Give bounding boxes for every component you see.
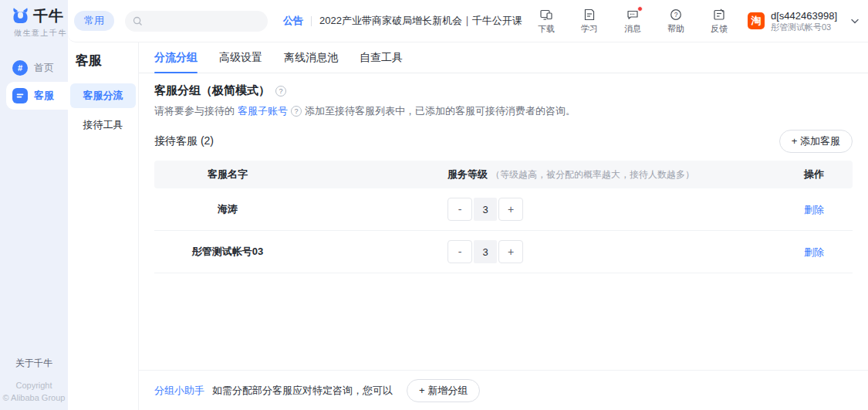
- service-icon: [12, 88, 28, 103]
- increase-level-button[interactable]: +: [498, 240, 523, 263]
- agent-name: 彤管测试帐号03: [154, 245, 301, 259]
- home-icon: #: [12, 60, 28, 76]
- main-content: 分流分组 高级设置 离线消息池 自查工具 客服分组（极简模式） ? 请将要参与接…: [139, 42, 868, 410]
- top-bar: 常用 公告 2022产业带商家破局增长新机会｜千牛公开课 下载: [68, 0, 868, 42]
- level-stepper: - 3 +: [448, 198, 523, 221]
- help-action[interactable]: ? 帮助: [664, 8, 687, 35]
- delete-agent-link[interactable]: 删除: [804, 246, 824, 258]
- download-icon: [539, 8, 553, 22]
- subnav-title: 客服: [68, 52, 138, 69]
- tab-bar: 分流分组 高级设置 离线消息池 自查工具: [139, 42, 868, 73]
- learn-icon: [583, 8, 596, 22]
- account-id: d[s442463998]: [771, 10, 837, 22]
- logo-text: 千牛: [33, 6, 64, 26]
- sidebar-item-label: 客服: [34, 89, 54, 103]
- routing-group-panel: 客服分组（极简模式） ? 请将要参与接待的客服子账号 ? 添加至接待客服列表中，…: [139, 73, 868, 273]
- level-value: 3: [474, 240, 497, 263]
- message-icon: [626, 8, 640, 22]
- help-icon: ?: [669, 8, 683, 22]
- decrease-level-button[interactable]: -: [448, 240, 472, 263]
- sidebar-item-label: 首页: [34, 61, 54, 75]
- search-icon: [133, 16, 143, 26]
- announcement-divider: [311, 16, 312, 26]
- subnav-item-routing[interactable]: 客服分流: [70, 83, 136, 108]
- delete-agent-link[interactable]: 删除: [804, 204, 824, 215]
- column-header-level: 服务等级: [448, 168, 488, 181]
- sub-account-help-icon[interactable]: ?: [291, 106, 302, 117]
- app-logo: 千牛 做生意上千牛: [0, 0, 100, 42]
- chevron-down-icon[interactable]: [851, 19, 859, 24]
- sub-account-link[interactable]: 客服子账号: [238, 104, 288, 118]
- unread-badge: [637, 6, 643, 12]
- subnav-item-reception-tools[interactable]: 接待工具: [70, 113, 136, 137]
- level-value: 3: [474, 198, 497, 221]
- message-action[interactable]: 消息: [621, 8, 644, 35]
- tab-advanced-settings[interactable]: 高级设置: [219, 42, 262, 73]
- increase-level-button[interactable]: +: [498, 198, 523, 221]
- add-agent-button[interactable]: + 添加客服: [779, 130, 853, 153]
- left-rail: # 首页 客服 关于千牛 Copyright © Alibaba Group: [0, 0, 68, 410]
- tab-offline-message-pool[interactable]: 离线消息池: [284, 42, 338, 73]
- tab-routing-groups[interactable]: 分流分组: [154, 42, 198, 73]
- section-title: 客服分组（极简模式）: [154, 83, 270, 98]
- search-input[interactable]: [147, 15, 255, 26]
- table-row: 海涛 - 3 + 删除: [154, 188, 853, 231]
- announcement-text[interactable]: 2022产业带商家破局增长新机会｜千牛公开课: [319, 14, 522, 28]
- column-header-name: 客服名字: [154, 168, 301, 181]
- taobao-shop-icon: 淘: [748, 12, 765, 29]
- feedback-icon: [712, 8, 726, 22]
- table-row: 彤管测试帐号03 - 3 + 删除: [154, 231, 853, 273]
- search-box[interactable]: [125, 11, 268, 32]
- group-assistant-footer: 分组小助手 如需分配部分客服应对特定咨询，您可以 + 新增分组: [139, 370, 868, 410]
- decrease-level-button[interactable]: -: [448, 198, 472, 221]
- group-assistant-text: 如需分配部分客服应对特定咨询，您可以: [212, 384, 393, 398]
- agents-table: 客服名字 服务等级 （等级越高，被分配的概率越大，接待人数越多） 操作 海涛 -…: [154, 161, 853, 273]
- svg-text:?: ?: [674, 11, 678, 19]
- top-actions: 下载 学习 消息 ? 帮助: [535, 8, 731, 35]
- column-header-action: 操作: [775, 168, 853, 181]
- level-stepper: - 3 +: [448, 240, 523, 263]
- download-action[interactable]: 下载: [535, 8, 558, 35]
- qianniu-app: # 首页 客服 关于千牛 Copyright © Alibaba Group: [0, 0, 868, 410]
- group-assistant-label: 分组小助手: [154, 384, 204, 398]
- account-menu[interactable]: 淘 d[s442463998] 彤管测试帐号03: [748, 10, 859, 32]
- about-qianniu-link[interactable]: 关于千牛: [0, 357, 68, 370]
- section-description: 请将要参与接待的客服子账号 ? 添加至接待客服列表中，已添加的客服可接待消费者的…: [154, 104, 853, 118]
- learn-action[interactable]: 学习: [578, 8, 601, 35]
- account-name: 彤管测试帐号03: [771, 22, 837, 32]
- service-subnav: 客服 客服分流 接待工具: [68, 42, 139, 410]
- column-header-level-note: （等级越高，被分配的概率越大，接待人数越多）: [491, 168, 694, 181]
- reception-list-title: 接待客服 (2): [154, 134, 214, 148]
- announcement: 公告 2022产业带商家破局增长新机会｜千牛公开课: [283, 14, 522, 28]
- add-group-button[interactable]: + 新增分组: [407, 379, 480, 402]
- sidebar-item-home[interactable]: # 首页: [0, 54, 68, 82]
- account-info: d[s442463998] 彤管测试帐号03: [771, 10, 837, 32]
- announcement-label[interactable]: 公告: [283, 14, 303, 28]
- agent-name: 海涛: [154, 202, 301, 216]
- feedback-action[interactable]: 反馈: [708, 8, 731, 35]
- section-help-icon[interactable]: ?: [275, 86, 286, 97]
- tab-self-check-tools[interactable]: 自查工具: [360, 42, 403, 73]
- logo-tagline: 做生意上千牛: [14, 28, 100, 39]
- sidebar-item-service[interactable]: 客服: [6, 82, 68, 110]
- table-header: 客服名字 服务等级 （等级越高，被分配的概率越大，接待人数越多） 操作: [154, 161, 853, 188]
- copyright: Copyright © Alibaba Group: [0, 379, 68, 404]
- qianniu-bull-icon: [11, 7, 30, 25]
